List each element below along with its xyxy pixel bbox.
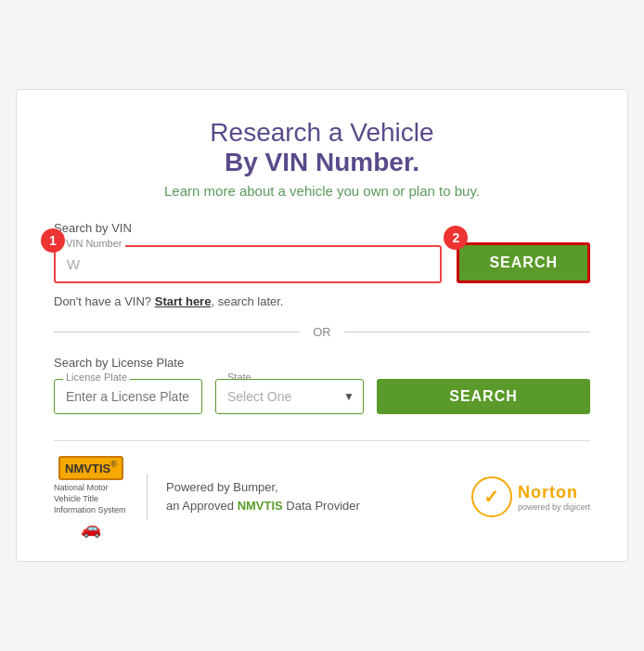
nmvtis-link[interactable]: NMVTIS: [238, 499, 283, 513]
norton-check-icon: ✓: [471, 476, 512, 517]
footer-divider: [147, 474, 148, 520]
no-vin-suffix: , search later.: [211, 294, 283, 308]
plate-search-button[interactable]: SEARCH: [377, 379, 590, 414]
nmvtis-full-name: National Motor Vehicle Title Information…: [54, 483, 128, 515]
title-line1: Research a Vehicle: [54, 118, 590, 148]
no-vin-prefix: Don't have a VIN?: [54, 294, 155, 308]
plate-row: License Plate State Select One Alabama A…: [54, 379, 590, 414]
nmvtis-badge: NMVTIS®: [58, 456, 123, 480]
title-line2-suffix: .: [412, 148, 419, 176]
norton-text: Norton powered by digicert: [518, 483, 590, 512]
car-icon: 🚗: [81, 518, 101, 539]
start-here-link[interactable]: Start here: [155, 294, 212, 308]
nmvtis-logo: NMVTIS® National Motor Vehicle Title Inf…: [54, 456, 128, 539]
state-select-wrapper: Select One Alabama Alaska Arizona Califo…: [215, 379, 364, 414]
title-line2-prefix: By: [225, 148, 265, 176]
norton-digicert: powered by digicert: [518, 502, 590, 512]
title-area: Research a Vehicle By VIN Number. Learn …: [54, 118, 590, 199]
norton-badge: ✓ Norton powered by digicert: [471, 476, 590, 517]
vin-field-label: VIN Number: [63, 238, 125, 249]
powered-line2-prefix: an Approved: [166, 499, 238, 513]
vin-input[interactable]: [54, 245, 442, 283]
plate-field-group: License Plate: [54, 379, 202, 414]
vin-row: 1 VIN Number 2 SEARCH: [54, 242, 590, 283]
vin-search-button[interactable]: SEARCH: [457, 242, 590, 283]
divider-row: OR: [54, 325, 590, 339]
vin-field-group: 1 VIN Number: [54, 245, 442, 283]
plate-input[interactable]: [54, 379, 202, 414]
vin-section-label: Search by VIN: [54, 221, 590, 235]
main-card: Research a Vehicle By VIN Number. Learn …: [16, 89, 628, 562]
powered-line2-suffix: Data Provider: [283, 499, 360, 513]
footer: NMVTIS® National Motor Vehicle Title Inf…: [54, 440, 590, 539]
state-field-group: State Select One Alabama Alaska Arizona …: [215, 379, 364, 414]
plate-section-label: Search by License Plate: [54, 356, 590, 370]
or-text: OR: [300, 325, 344, 339]
badge-1: 1: [41, 228, 65, 253]
divider-right: [344, 332, 590, 332]
state-select[interactable]: Select One Alabama Alaska Arizona Califo…: [215, 379, 364, 414]
divider-left: [54, 332, 300, 332]
subtitle: Learn more about a vehicle you own or pl…: [54, 183, 590, 199]
no-vin-text: Don't have a VIN? Start here, search lat…: [54, 294, 590, 308]
plate-field-label: License Plate: [63, 371, 130, 383]
powered-text: Powered by Bumper, an Approved NMVTIS Da…: [166, 478, 360, 517]
title-line2: By VIN Number.: [54, 148, 590, 177]
title-line2-bold: VIN Number: [265, 148, 413, 176]
vin-search-btn-wrapper: 2 SEARCH: [457, 242, 590, 283]
norton-name: Norton: [518, 483, 590, 502]
nmvtis-title: NMVTIS: [65, 462, 110, 475]
powered-line1: Powered by Bumper,: [166, 480, 278, 494]
